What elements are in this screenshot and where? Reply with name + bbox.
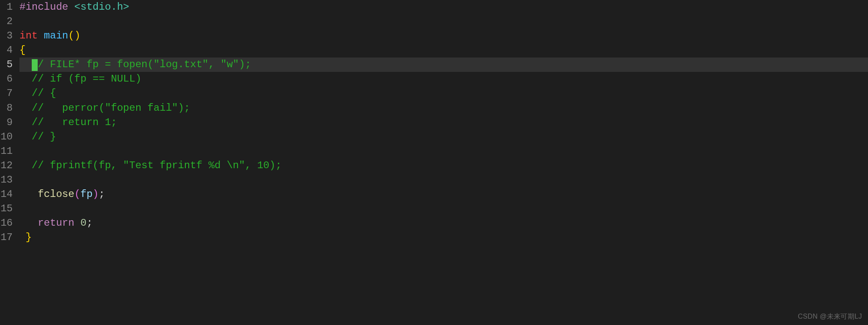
indent [19, 59, 32, 70]
line-number: 4 [0, 43, 13, 57]
brace-token: { [19, 44, 25, 56]
code-line[interactable] [19, 14, 868, 29]
line-number: 15 [0, 202, 13, 216]
code-line[interactable] [19, 202, 868, 216]
preprocessor-token: #include [19, 1, 68, 13]
comment-token: / FILE* fp = fopen("log.txt", "w"); [38, 59, 251, 70]
code-line[interactable]: // perror("fopen fail"); [19, 101, 868, 115]
type-token: int [19, 30, 38, 41]
code-area[interactable]: #include <stdio.h> int main() { / FILE* … [15, 0, 868, 325]
code-line[interactable]: // { [19, 86, 868, 101]
code-line[interactable]: { [19, 43, 868, 57]
indent [19, 188, 38, 200]
brace-token: } [25, 232, 31, 243]
code-line-active[interactable]: / FILE* fp = fopen("log.txt", "w"); [19, 57, 868, 72]
code-line[interactable]: #include <stdio.h> [19, 0, 868, 14]
watermark-text: CSDN @未来可期LJ [798, 312, 862, 322]
comment-token: // perror("fopen fail"); [19, 102, 190, 114]
code-line[interactable]: int main() [19, 29, 868, 43]
line-number-gutter: 1 2 3 4 5 6 7 8 9 10 11 12 13 14 15 16 1… [0, 0, 15, 325]
space [74, 217, 80, 229]
line-number: 17 [0, 230, 13, 245]
line-number: 7 [0, 86, 13, 101]
comment-token: // return 1; [19, 117, 117, 128]
keyword-token: return [38, 217, 74, 229]
identifier-token: fp [80, 188, 93, 200]
code-line[interactable]: // return 1; [19, 115, 868, 130]
number-token: 0 [80, 217, 86, 229]
paren-token: ) [93, 188, 99, 200]
comment-token: // fprintf(fp, "Test fprintf %d \n", 10)… [19, 160, 281, 171]
line-number: 9 [0, 115, 13, 130]
code-line[interactable] [19, 173, 868, 187]
cursor-icon [32, 59, 38, 71]
line-number: 14 [0, 187, 13, 202]
function-name-token: main [38, 30, 68, 41]
comment-token: // } [19, 131, 56, 142]
code-line[interactable]: } [19, 230, 868, 245]
comment-token: // if (fp == NULL) [19, 73, 141, 85]
line-number: 13 [0, 173, 13, 187]
paren-token: ( [74, 188, 80, 200]
line-number: 1 [0, 0, 13, 14]
code-line[interactable]: // fprintf(fp, "Test fprintf %d \n", 10)… [19, 158, 868, 173]
code-line[interactable]: return 0; [19, 216, 868, 230]
line-number: 2 [0, 14, 13, 29]
line-number: 5 [0, 57, 13, 72]
line-number: 11 [0, 144, 13, 158]
code-editor[interactable]: 1 2 3 4 5 6 7 8 9 10 11 12 13 14 15 16 1… [0, 0, 868, 325]
function-call-token: fclose [38, 188, 74, 200]
line-number: 10 [0, 130, 13, 144]
line-number: 3 [0, 29, 13, 43]
code-line[interactable]: // } [19, 130, 868, 144]
include-path-token: <stdio.h> [68, 1, 129, 13]
comment-token: // { [19, 87, 56, 99]
line-number: 8 [0, 101, 13, 115]
semicolon-token: ; [99, 188, 105, 200]
paren-token: ( [68, 30, 74, 41]
indent [19, 217, 38, 229]
code-line[interactable]: fclose(fp); [19, 187, 868, 202]
semicolon-token: ; [86, 217, 92, 229]
line-number: 16 [0, 216, 13, 230]
line-number: 12 [0, 158, 13, 173]
code-line[interactable] [19, 144, 868, 158]
code-line[interactable]: // if (fp == NULL) [19, 72, 868, 86]
indent [19, 232, 25, 243]
line-number: 6 [0, 72, 13, 86]
paren-token: ) [74, 30, 80, 41]
